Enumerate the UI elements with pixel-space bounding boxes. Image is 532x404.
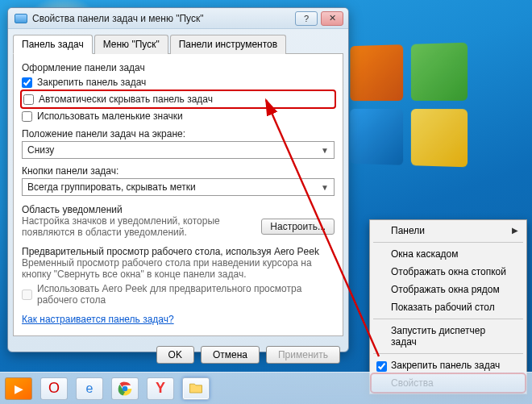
- ctx-label: Панели: [391, 225, 425, 236]
- lock-taskbar-checkbox[interactable]: Закрепить панель задач: [22, 77, 335, 88]
- lock-taskbar-input[interactable]: [22, 77, 32, 88]
- taskbar-context-menu: Панели ▶ Окна каскадом Отображать окна с…: [369, 219, 527, 394]
- chevron-down-icon: ▼: [321, 146, 329, 155]
- ok-button[interactable]: OK: [156, 346, 194, 364]
- window-icon: [15, 14, 27, 23]
- ctx-lock-check-icon: [376, 361, 387, 372]
- file-explorer-icon[interactable]: [182, 377, 210, 400]
- window-title: Свойства панели задач и меню "Пуск": [32, 13, 295, 24]
- internet-explorer-icon[interactable]: e: [76, 377, 103, 400]
- help-button[interactable]: ?: [295, 11, 318, 26]
- autohide-highlight: Автоматически скрывать панель задач: [20, 90, 336, 109]
- buttons-value: Всегда группировать, скрывать метки: [27, 181, 196, 193]
- ctx-stack[interactable]: Отображать окна стопкой: [372, 263, 525, 281]
- windows-logo: [350, 43, 468, 168]
- autohide-input[interactable]: [23, 94, 34, 105]
- peek-label: Использовать Aero Peek для предварительн…: [37, 283, 335, 306]
- ctx-cascade[interactable]: Окна каскадом: [372, 245, 525, 263]
- customize-button[interactable]: Настроить...: [261, 219, 335, 235]
- ctx-panels[interactable]: Панели ▶: [372, 222, 525, 239]
- notif-header: Область уведомлений: [22, 204, 335, 215]
- titlebar[interactable]: Свойства панели задач и меню "Пуск" ? ✕: [8, 8, 348, 29]
- ctx-show-desktop[interactable]: Показать рабочий стол: [372, 298, 525, 316]
- separator: [373, 242, 523, 243]
- tab-taskbar[interactable]: Панель задач: [13, 35, 93, 54]
- position-label: Положение панели задач на экране:: [22, 128, 335, 140]
- small-icons-label: Использовать маленькие значки: [37, 110, 183, 122]
- position-value: Снизу: [27, 144, 54, 156]
- separator: [373, 353, 523, 354]
- submenu-arrow-icon: ▶: [512, 226, 518, 235]
- taskbar-properties-dialog: Свойства панели задач и меню "Пуск" ? ✕ …: [7, 7, 349, 352]
- position-select[interactable]: Снизу ▼: [22, 141, 335, 159]
- notif-desc: Настройка значков и уведомлений, которые…: [22, 215, 239, 238]
- media-player-icon[interactable]: ▶: [5, 377, 32, 400]
- ctx-sidebyside[interactable]: Отображать окна рядом: [372, 281, 525, 298]
- chevron-down-icon: ▼: [321, 183, 329, 192]
- tab-strip: Панель задач Меню "Пуск" Панели инструме…: [13, 34, 343, 54]
- small-icons-input[interactable]: [22, 111, 32, 122]
- dialog-buttons: OK Отмена Применить: [8, 341, 348, 370]
- tab-start-menu[interactable]: Меню "Пуск": [94, 35, 168, 54]
- lock-taskbar-label: Закрепить панель задач: [37, 77, 146, 88]
- buttons-select[interactable]: Всегда группировать, скрывать метки ▼: [22, 178, 335, 196]
- autohide-label: Автоматически скрывать панель задач: [39, 94, 213, 105]
- opera-icon[interactable]: O: [40, 377, 68, 400]
- ctx-label: Закрепить панель задач: [391, 360, 500, 371]
- separator: [373, 319, 523, 319]
- peek-input[interactable]: [22, 289, 32, 300]
- autohide-checkbox[interactable]: Автоматически скрывать панель задач: [23, 94, 333, 105]
- apply-button[interactable]: Применить: [266, 346, 340, 364]
- svg-point-2: [123, 385, 128, 391]
- peek-checkbox[interactable]: Использовать Aero Peek для предварительн…: [22, 283, 335, 306]
- help-link[interactable]: Как настраивается панель задач?: [22, 314, 174, 325]
- yandex-browser-icon[interactable]: Y: [147, 377, 174, 400]
- close-button[interactable]: ✕: [321, 11, 343, 26]
- ctx-task-manager[interactable]: Запустить диспетчер задач: [372, 322, 525, 351]
- peek-desc: Временный просмотр рабочего стола при на…: [22, 257, 335, 280]
- chrome-icon[interactable]: [111, 377, 139, 400]
- peek-header: Предварительный просмотр рабочего стола,…: [22, 246, 335, 257]
- group-appearance-header: Оформление панели задач: [22, 62, 335, 73]
- taskbar[interactable]: ▶ O e Y: [0, 372, 532, 404]
- dialog-body: Оформление панели задач Закрепить панель…: [13, 54, 343, 336]
- cancel-button[interactable]: Отмена: [201, 346, 260, 364]
- tab-toolbars[interactable]: Панели инструментов: [170, 35, 286, 54]
- small-icons-checkbox[interactable]: Использовать маленькие значки: [22, 110, 335, 122]
- buttons-label: Кнопки панели задач:: [22, 165, 335, 177]
- desktop: Свойства панели задач и меню "Пуск" ? ✕ …: [0, 0, 532, 404]
